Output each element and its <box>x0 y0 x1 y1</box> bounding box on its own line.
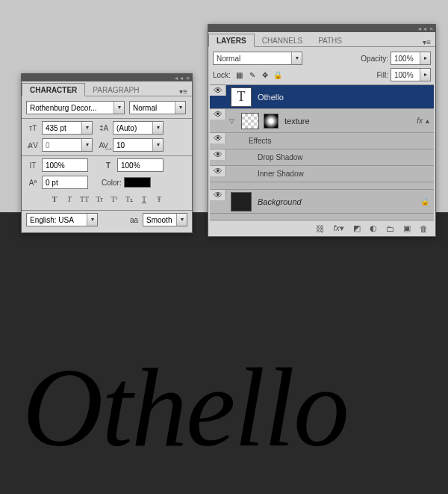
lock-position-icon[interactable]: ✥ <box>260 71 270 79</box>
layer-name[interactable]: texture <box>283 117 412 126</box>
baseline-input[interactable]: 0 pt <box>42 176 88 189</box>
antialias-dropdown[interactable]: Smooth▾ <box>143 213 187 226</box>
lock-pixels-icon[interactable]: ✎ <box>247 71 258 79</box>
leading-input[interactable]: (Auto)▾ <box>113 121 164 135</box>
font-size-icon: тT <box>26 123 40 133</box>
canvas: Othello <box>0 212 448 494</box>
layer-mask[interactable] <box>264 114 279 129</box>
allcaps-button[interactable]: TT <box>78 194 91 206</box>
lock-icon: 🔒 <box>420 197 429 206</box>
panel-topbar: ◄◄ × <box>22 74 192 81</box>
kerning-input[interactable]: 0▾ <box>42 138 93 152</box>
trash-icon[interactable]: 🗑 <box>420 224 428 233</box>
layer-name[interactable]: Othello <box>256 93 434 102</box>
layer-thumbnail[interactable] <box>231 192 252 212</box>
character-panel: ◄◄ × CHARACTER PARAGRAPH ▾≡ Rothenburg D… <box>21 73 193 233</box>
fill-label: Fill: <box>376 71 388 79</box>
font-family-dropdown[interactable]: Rothenburg Decor...▾ <box>26 101 125 114</box>
layer-name[interactable]: Background <box>256 197 416 206</box>
subscript-button[interactable]: T₁ <box>122 194 136 206</box>
layer-row[interactable]: 👁 T Othello <box>210 85 434 109</box>
language-dropdown[interactable]: English: USA▾ <box>26 213 98 226</box>
layer-list: 👁 T Othello 👁 ▽ texture fx▴ 👁 Effects 👁 <box>210 85 434 220</box>
layer-thumbnail[interactable] <box>241 113 259 129</box>
layers-panel: ◄◄ × LAYERS CHANNELS PATHS ▾≡ Normal▾ Op… <box>208 24 436 237</box>
underline-button[interactable]: T <box>137 194 151 206</box>
lock-all-icon[interactable]: 🔒 <box>273 71 283 79</box>
effects-header[interactable]: 👁 Effects <box>210 133 434 149</box>
color-label: Color: <box>102 179 122 187</box>
visibility-toggle[interactable]: 👁 <box>210 133 226 143</box>
fx-chevron-icon[interactable]: ▴ <box>426 117 429 125</box>
layer-row[interactable]: 👁 Background 🔒 <box>210 190 434 214</box>
tab-channels[interactable]: CHANNELS <box>255 34 311 46</box>
layer-thumbnail[interactable]: T <box>231 87 252 107</box>
color-swatch[interactable] <box>124 177 151 188</box>
layers-footer: ⛓ fx▾ ◩ ◐ 🗀 ▣ 🗑 <box>210 220 434 236</box>
kerning-icon: A̷V <box>26 140 40 150</box>
tracking-input[interactable]: 10▾ <box>113 138 164 152</box>
aa-label: aa <box>130 216 138 224</box>
vscale-input[interactable]: 100% <box>42 158 88 172</box>
effect-name: Drop Shadow <box>256 153 434 161</box>
tabs: LAYERS CHANNELS PATHS ▾≡ <box>208 32 435 47</box>
fx-menu-icon[interactable]: fx▾ <box>333 223 344 233</box>
tabs: CHARACTER PARAGRAPH ▾≡ <box>22 81 192 96</box>
font-size-input[interactable]: 435 pt▾ <box>42 121 93 135</box>
visibility-toggle[interactable]: 👁 <box>210 166 226 176</box>
visibility-toggle[interactable]: 👁 <box>210 85 226 96</box>
vscale-icon: IT <box>26 160 40 170</box>
layer-row[interactable]: 👁 ▽ texture fx▴ <box>210 109 434 133</box>
tab-layers[interactable]: LAYERS <box>208 34 255 47</box>
hscale-input[interactable]: 100% <box>117 158 164 172</box>
collapse-arrows-icon[interactable]: ◄◄ <box>173 75 184 81</box>
panel-topbar: ◄◄ × <box>208 25 435 32</box>
italic-button[interactable]: T <box>63 194 76 206</box>
visibility-toggle[interactable]: 👁 <box>210 190 226 200</box>
leading-icon: ‡A <box>97 123 111 133</box>
effect-name: Inner Shadow <box>256 170 434 178</box>
panel-menu-icon[interactable]: ▾≡ <box>179 87 192 96</box>
collapse-arrows-icon[interactable]: ◄◄ <box>417 26 427 31</box>
close-icon[interactable]: × <box>429 25 433 32</box>
baseline-icon: Aª <box>26 177 40 188</box>
lock-label: Lock: <box>213 71 231 79</box>
canvas-text-layer[interactable]: Othello <box>22 343 348 472</box>
fill-input[interactable]: 100%▸ <box>391 68 431 81</box>
visibility-toggle[interactable]: 👁 <box>210 149 226 160</box>
tab-character[interactable]: CHARACTER <box>22 83 85 96</box>
adjustment-icon[interactable]: ◐ <box>370 223 377 233</box>
effects-label: Effects <box>247 137 434 145</box>
visibility-toggle[interactable]: 👁 <box>210 109 226 120</box>
expand-toggle[interactable]: ▽ <box>226 117 237 125</box>
hscale-icon: T <box>102 160 115 170</box>
opacity-label: Opacity: <box>361 55 388 63</box>
effect-row[interactable]: 👁 Drop Shadow <box>210 149 434 166</box>
smallcaps-button[interactable]: Tr <box>93 194 106 206</box>
link-layers-icon[interactable]: ⛓ <box>316 224 324 233</box>
strike-button[interactable]: Ŧ <box>152 194 166 206</box>
effect-row[interactable]: 👁 Inner Shadow <box>210 166 434 182</box>
fx-badge[interactable]: fx <box>417 117 423 125</box>
group-icon[interactable]: 🗀 <box>386 224 394 233</box>
bold-button[interactable]: T <box>48 194 61 206</box>
font-style-dropdown[interactable]: Normal▾ <box>129 101 186 114</box>
tracking-icon: AV͢ <box>97 140 111 150</box>
tab-paragraph[interactable]: PARAGRAPH <box>85 84 147 96</box>
blend-mode-dropdown[interactable]: Normal▾ <box>213 52 302 65</box>
type-style-buttons: T T TT Tr T¹ T₁ T Ŧ <box>26 194 187 206</box>
superscript-button[interactable]: T¹ <box>108 194 121 206</box>
panel-menu-icon[interactable]: ▾≡ <box>423 38 435 46</box>
tab-paths[interactable]: PATHS <box>311 34 350 46</box>
mask-icon[interactable]: ◩ <box>353 223 361 233</box>
close-icon[interactable]: × <box>186 75 190 81</box>
lock-transparent-icon[interactable]: ▦ <box>234 71 245 79</box>
opacity-input[interactable]: 100%▸ <box>391 52 431 65</box>
new-layer-icon[interactable]: ▣ <box>403 223 411 233</box>
